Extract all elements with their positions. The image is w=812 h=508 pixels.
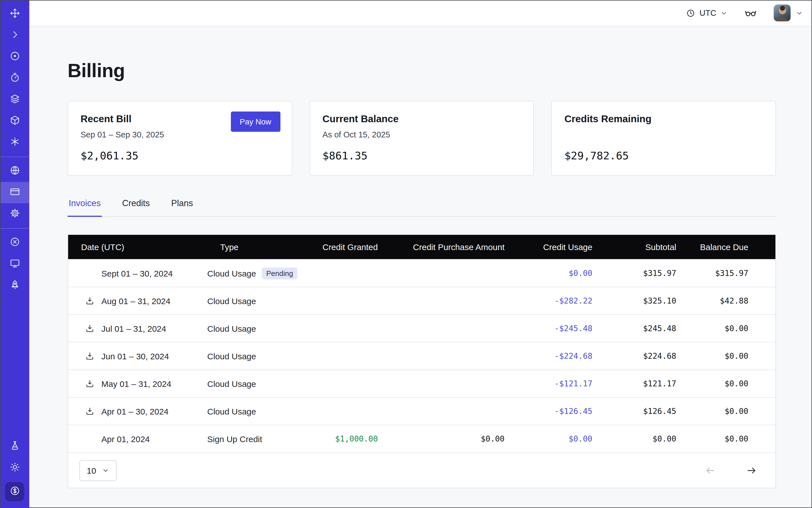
status-badge: Pending [262, 267, 297, 279]
page-size-select[interactable]: 10 [79, 460, 116, 481]
sidebar-item-billing[interactable] [0, 182, 29, 203]
tab-plans[interactable]: Plans [170, 198, 194, 216]
balance-due-value: $0.00 [676, 434, 775, 443]
card-subtitle: As of Oct 15, 2025 [323, 130, 521, 140]
sidebar-item-logo[interactable] [0, 3, 29, 25]
credit-usage-value: $0.00 [505, 434, 592, 443]
main-area: UTC Billing Recent Bill Sep 01 – Sep 30,… [29, 0, 812, 508]
column-header-credit-usage: Credit Usage [505, 242, 592, 252]
next-page-button[interactable] [745, 464, 757, 476]
sidebar-item-deploy[interactable] [0, 275, 29, 296]
chevron-right-icon [9, 29, 20, 42]
invoice-type: Cloud Usage [207, 406, 256, 416]
invoice-type-cell: Cloud Usage Pending [207, 267, 297, 279]
invoice-date: Jun 01 – 30, 2024 [101, 351, 169, 361]
user-avatar [774, 4, 790, 22]
subtotal-value: $224.68 [592, 351, 676, 361]
credit-usage-value: -$224.68 [505, 351, 592, 361]
chevron-down-icon [796, 9, 803, 16]
credit-usage-value: -$245.48 [505, 324, 592, 333]
invoices-table: Date (UTC) Type Credit Granted Credit Pu… [68, 234, 776, 488]
sidebar-expand-button[interactable] [0, 25, 29, 46]
invoice-date: Jul 01 – 31, 2024 [101, 324, 166, 333]
invoice-date-cell: Jun 01 – 30, 2024 [68, 351, 207, 361]
chevron-down-icon [102, 467, 109, 474]
card-subtitle [564, 130, 763, 140]
chevron-down-icon [720, 9, 728, 16]
invoice-date: Apr 01 – 30, 2024 [101, 406, 169, 416]
tab-credits[interactable]: Credits [121, 198, 151, 216]
credit-granted-value: $1,000.00 [297, 434, 378, 443]
invoice-date: Aug 01 – 31, 2024 [101, 296, 170, 305]
sidebar-spacer [0, 296, 29, 436]
sidebar-item-console[interactable] [0, 253, 29, 275]
download-invoice-icon[interactable] [85, 296, 95, 305]
invoice-date-cell: Aug 01 – 31, 2024 [68, 296, 207, 305]
table-row: Jun 01 – 30, 2024 Cloud Usage -$224.68 $… [68, 342, 775, 370]
download-invoice-icon[interactable] [85, 324, 95, 333]
sidebar-item-cube[interactable] [0, 111, 29, 132]
invoice-date-cell: Apr 01, 2024 [68, 434, 207, 443]
current-balance-amount: $861.35 [323, 149, 521, 162]
invoice-type-cell: Cloud Usage [207, 296, 297, 305]
content: Billing Recent Bill Sep 01 – Sep 30, 202… [29, 27, 812, 508]
sidebar-credits-button[interactable] [5, 482, 24, 501]
timer-icon [9, 72, 20, 85]
page-title: Billing [68, 58, 776, 83]
sun-icon [9, 462, 20, 474]
table-row: Apr 01, 2024 Sign Up Credit $1,000.00 $0… [68, 425, 775, 452]
sidebar-divider [0, 228, 29, 229]
invoice-type: Cloud Usage [207, 379, 256, 388]
glasses-icon [744, 7, 757, 19]
subtotal-value: $245.48 [592, 324, 676, 333]
timezone-label: UTC [699, 8, 716, 17]
sidebar-item-target[interactable] [0, 46, 29, 68]
subtotal-value: $315.97 [592, 269, 676, 278]
view-mode-button[interactable] [744, 7, 757, 19]
credit-usage-value: -$126.45 [505, 407, 592, 416]
pay-now-button[interactable]: Pay Now [230, 112, 280, 132]
arrow-right-icon [745, 464, 757, 476]
table-body: Sept 01 – 30, 2024 Cloud Usage Pending $… [68, 259, 775, 452]
tab-invoices[interactable]: Invoices [68, 198, 102, 217]
rocket-icon [9, 279, 20, 292]
invoice-type-cell: Sign Up Credit [207, 434, 297, 443]
subtotal-value: $325.10 [592, 296, 676, 305]
invoice-type-cell: Cloud Usage [207, 406, 297, 416]
sidebar-item-globe[interactable] [0, 161, 29, 182]
clock-icon [686, 8, 695, 18]
invoice-type-cell: Cloud Usage [207, 324, 297, 333]
invoice-type: Cloud Usage [207, 296, 256, 305]
sidebar-item-theme[interactable] [0, 457, 29, 479]
timezone-selector[interactable]: UTC [686, 8, 728, 18]
column-header-balance-due: Balance Due [676, 242, 775, 252]
sidebar-item-timer[interactable] [0, 68, 29, 89]
table-row: Jul 01 – 31, 2024 Cloud Usage -$245.48 $… [68, 314, 775, 342]
download-invoice-icon[interactable] [85, 351, 95, 361]
monitor-icon [9, 258, 20, 270]
subtotal-value: $121.17 [592, 379, 676, 388]
column-header-type: Type [207, 242, 297, 252]
download-invoice-icon[interactable] [85, 379, 95, 388]
table-row: Aug 01 – 31, 2024 Cloud Usage -$282.22 $… [68, 287, 775, 314]
sidebar-item-close-circle[interactable] [0, 232, 29, 253]
credit-card-icon [9, 186, 20, 199]
page-size-value: 10 [87, 465, 96, 475]
layers-icon [9, 93, 20, 106]
previous-page-button[interactable] [704, 464, 716, 476]
invoice-type: Cloud Usage [207, 268, 256, 278]
credit-usage-value: -$282.22 [505, 296, 592, 305]
column-header-credit-purchase-amount: Credit Purchase Amount [378, 242, 505, 252]
sidebar-item-labs[interactable] [0, 436, 29, 457]
column-header-credit-granted: Credit Granted [297, 242, 378, 252]
invoice-date: May 01 – 31, 2024 [101, 379, 171, 388]
sidebar-item-settings[interactable] [0, 203, 29, 225]
invoice-date: Apr 01, 2024 [101, 434, 150, 443]
balance-due-value: $0.00 [676, 324, 775, 333]
download-invoice-icon[interactable] [85, 406, 95, 416]
circle-x-icon [9, 236, 20, 249]
sidebar-item-layers[interactable] [0, 89, 29, 111]
account-menu[interactable] [774, 4, 803, 22]
sidebar-item-asterisk[interactable] [0, 132, 29, 153]
invoice-type: Cloud Usage [207, 351, 256, 361]
